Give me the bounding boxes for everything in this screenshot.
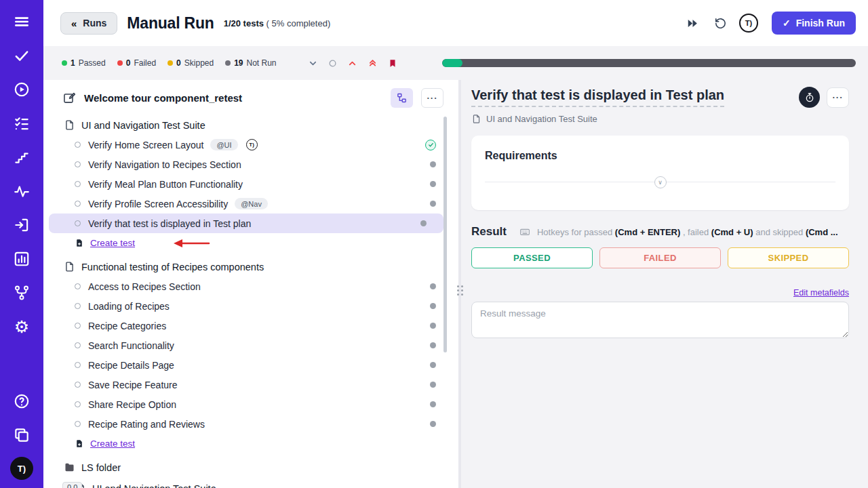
test-row[interactable]: Share Recipe Option xyxy=(43,394,458,414)
test-title: Recipe Rating and Reviews xyxy=(88,419,205,430)
test-circle-icon xyxy=(75,342,81,348)
sidebar-item-projects[interactable] xyxy=(9,423,34,447)
gear-icon: ⚙ xyxy=(14,319,29,336)
create-test-link[interactable]: Create test xyxy=(90,439,135,449)
testomat-badge-icon[interactable]: T) xyxy=(739,14,758,33)
finish-run-button[interactable]: ✓ Finish Run xyxy=(772,12,856,35)
test-title: Share Recipe Option xyxy=(88,399,176,410)
file-icon xyxy=(471,114,481,124)
test-circle-icon xyxy=(75,303,81,309)
detail-more-button[interactable]: ··· xyxy=(827,87,849,108)
file-plus-icon xyxy=(75,238,84,248)
sidebar-item-runs[interactable] xyxy=(9,77,34,102)
test-row[interactable]: Verify Home Screen Layout @UI T) xyxy=(43,135,458,155)
severity-normal-button[interactable] xyxy=(328,59,337,68)
folder-title: LS folder xyxy=(81,462,121,473)
menu-button[interactable] xyxy=(9,9,34,34)
suite-row[interactable]: UI and Navigation Test Suite xyxy=(43,115,458,135)
sidebar-item-reports[interactable] xyxy=(9,247,34,271)
passed-button[interactable]: PASSED xyxy=(471,247,593,268)
test-circle-icon xyxy=(75,401,81,407)
completed-percent-text: ( 5% completed) xyxy=(267,18,331,28)
suite-title: UI and Navigation Test Suite xyxy=(92,483,216,488)
failed-button[interactable]: FAILED xyxy=(599,247,721,268)
testomat-mini-icon: T) xyxy=(246,139,258,150)
test-title: Recipe Categories xyxy=(88,321,166,331)
sidebar-item-branches[interactable] xyxy=(9,281,34,305)
sidebar-item-analytics[interactable] xyxy=(9,179,34,203)
test-title: Recipe Details Page xyxy=(88,360,174,371)
tree-more-button[interactable]: ··· xyxy=(421,88,443,108)
test-row[interactable]: Recipe Categories xyxy=(43,316,458,336)
sign-in-icon xyxy=(13,216,31,234)
edit-metafields-link[interactable]: Edit metafields xyxy=(793,288,849,298)
test-row[interactable]: Verify Meal Plan Button Functionality xyxy=(43,174,458,194)
test-circle-icon xyxy=(75,421,81,427)
run-progress-text: 1/20 tests ( 5% completed) xyxy=(224,18,331,28)
test-row[interactable]: Verify Navigation to Recipes Section xyxy=(43,155,458,174)
file-icon xyxy=(64,261,75,272)
sidebar-item-tests[interactable] xyxy=(9,43,34,68)
sidebar-item-help[interactable] xyxy=(9,389,34,413)
timer-button[interactable] xyxy=(799,87,820,108)
sidebar-item-steps[interactable] xyxy=(9,145,34,169)
tree-scrollbar[interactable] xyxy=(443,117,447,352)
severity-major-button[interactable] xyxy=(347,58,357,68)
test-row[interactable]: Access to Recipes Section xyxy=(43,277,458,296)
test-row[interactable]: Loading of Recipes xyxy=(43,296,458,316)
run-edit-icon xyxy=(62,91,76,104)
notrun-status-icon xyxy=(430,181,436,187)
hotkeys-hint: Hotkeys for passed (Cmd + ENTER) , faile… xyxy=(537,227,838,237)
hamburger-icon xyxy=(13,13,31,30)
verdict-buttons: PASSED FAILED SKIPPED xyxy=(471,247,849,268)
test-title: Access to Recipes Section xyxy=(88,281,201,292)
folder-row[interactable]: LS folder xyxy=(43,458,458,477)
severity-critical-button[interactable] xyxy=(368,58,378,68)
test-row[interactable]: Verify Profile Screen Accessibility @Nav xyxy=(43,194,458,214)
result-title: Result xyxy=(471,225,507,239)
test-title: Search Functionality xyxy=(88,340,174,351)
tag-badge: @Nav xyxy=(235,198,268,209)
result-message-input[interactable] xyxy=(471,302,849,338)
content-area: Welcome tour component_retest ··· UI and… xyxy=(43,80,868,488)
test-row-selected[interactable]: Verify that test is displayed in Test pl… xyxy=(49,214,443,233)
test-detail-title: Verify that test is displayed in Test pl… xyxy=(471,87,724,107)
suite-row[interactable]: UI and Navigation Test Suite xyxy=(43,479,458,488)
retry-button[interactable] xyxy=(711,14,730,33)
sidebar-logo-button[interactable]: T) xyxy=(9,457,34,481)
severity-blocker-button[interactable] xyxy=(388,58,397,68)
panel-resize-handle[interactable] xyxy=(458,80,461,488)
notrun-dot-icon xyxy=(225,60,231,66)
fast-forward-button[interactable] xyxy=(684,14,702,33)
test-row[interactable]: Save Recipe Feature xyxy=(43,375,458,394)
sidebar-item-run-list[interactable] xyxy=(9,111,34,136)
passed-check-icon xyxy=(425,140,436,150)
tree-view-button[interactable] xyxy=(391,88,413,108)
skipped-button[interactable]: SKIPPED xyxy=(728,247,849,268)
finish-run-label: Finish Run xyxy=(796,18,845,28)
expand-dropdown-button[interactable] xyxy=(308,58,318,68)
test-title: Verify Meal Plan Button Functionality xyxy=(88,179,243,190)
create-test-row: Create test xyxy=(43,233,458,253)
test-row[interactable]: Search Functionality xyxy=(43,336,458,355)
run-progress-bar xyxy=(442,59,856,67)
test-circle-icon xyxy=(75,283,81,289)
runs-button-label: Runs xyxy=(83,18,106,28)
suite-row[interactable]: Functional testing of Recipes components xyxy=(43,257,458,277)
fast-forward-icon xyxy=(686,17,699,30)
test-row[interactable]: Recipe Details Page xyxy=(43,355,458,375)
check-icon xyxy=(13,47,31,64)
test-circle-icon xyxy=(75,142,81,148)
double-chevron-up-icon xyxy=(368,58,378,68)
expand-requirements-button[interactable]: ∨ xyxy=(654,176,667,188)
test-row[interactable]: Recipe Rating and Reviews xyxy=(43,414,458,434)
notrun-status-icon xyxy=(430,342,436,348)
failed-dot-icon xyxy=(117,60,123,66)
create-test-link[interactable]: Create test xyxy=(90,238,135,248)
back-to-runs-button[interactable]: « Runs xyxy=(60,12,117,35)
sidebar: ⚙ T) xyxy=(0,0,43,488)
notrun-count: 19 Not Run xyxy=(225,58,276,68)
sidebar-item-import[interactable] xyxy=(9,213,34,237)
sidebar-item-settings[interactable]: ⚙ xyxy=(9,314,34,339)
stopwatch-icon xyxy=(804,92,815,103)
